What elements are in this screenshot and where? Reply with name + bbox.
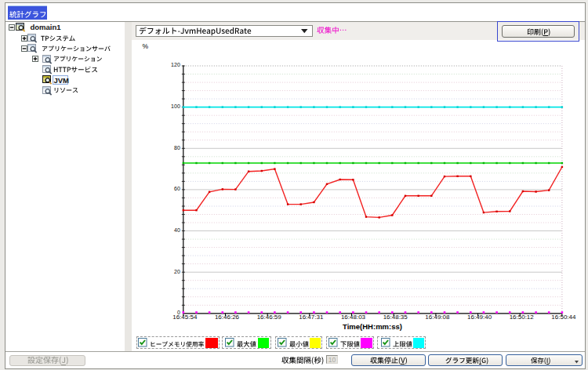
svg-text:20: 20 bbox=[174, 269, 180, 274]
svg-text:16:45:54: 16:45:54 bbox=[172, 314, 198, 321]
svg-text:16:48:03: 16:48:03 bbox=[341, 314, 366, 321]
svg-text:16:48:35: 16:48:35 bbox=[383, 314, 408, 321]
svg-text:16:50:44: 16:50:44 bbox=[551, 314, 576, 321]
svg-text:Time(HH:mm:ss): Time(HH:mm:ss) bbox=[343, 322, 402, 331]
svg-text:16:50:12: 16:50:12 bbox=[510, 314, 535, 321]
svg-text:16:47:31: 16:47:31 bbox=[299, 314, 324, 321]
svg-text:40: 40 bbox=[174, 227, 180, 233]
svg-text:120: 120 bbox=[171, 62, 180, 67]
svg-text:60: 60 bbox=[174, 186, 180, 191]
svg-text:80: 80 bbox=[174, 145, 180, 151]
svg-text:16:49:40: 16:49:40 bbox=[467, 314, 492, 321]
svg-text:100: 100 bbox=[171, 103, 180, 109]
svg-text:16:49:08: 16:49:08 bbox=[425, 314, 450, 321]
svg-text:16:46:26: 16:46:26 bbox=[215, 314, 240, 321]
svg-text:%: % bbox=[143, 42, 149, 50]
svg-text:16:46:59: 16:46:59 bbox=[257, 314, 282, 321]
